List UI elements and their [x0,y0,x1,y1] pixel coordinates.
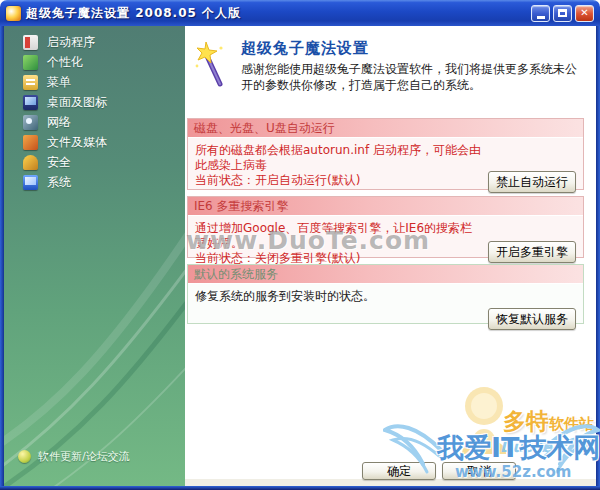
section-autorun-status: 当前状态：开启自动运行(默认) [195,173,483,188]
section-autorun: 磁盘、光盘、U盘自动运行 所有的磁盘都会根据autorun.inf 启动程序，可… [187,118,584,190]
network-icon [23,115,38,130]
page-title: 超级兔子魔法设置 [241,39,369,58]
sidebar-item-security[interactable]: 安全 [4,152,185,172]
bottom-strip [185,479,596,486]
personalization-icon [23,55,38,70]
sidebar-item-files-media[interactable]: 文件及媒体 [4,132,185,152]
section-default-services-title: 默认的系统服务 [188,265,583,284]
desktop-icons-icon [23,95,38,110]
maximize-icon [558,9,567,17]
sidebar-item-desktop-icons[interactable]: 桌面及图标 [4,92,185,112]
disable-autorun-button[interactable]: 禁止自动运行 [488,171,576,193]
sidebar: 启动程序 个性化 菜单 桌面及图标 网络 文件及媒体 [4,26,185,486]
security-icon [23,155,38,170]
menu-icon [23,75,38,90]
window-border-left [0,26,4,490]
software-update-forum-link[interactable]: 软件更新/论坛交流 [18,449,130,464]
sidebar-item-label: 系统 [47,174,71,191]
page-header: 超级兔子魔法设置 感谢您能使用超级兔子魔法设置软件，我们将提供更多系统未公开的参… [191,36,586,110]
sidebar-item-menu[interactable]: 菜单 [4,72,185,92]
cancel-button[interactable]: 取消 [442,462,516,480]
restore-default-services-button[interactable]: 恢复默认服务 [488,308,576,330]
app-icon [6,6,21,21]
ok-button[interactable]: 确定 [362,462,436,480]
section-ie6-search-body: 通过增加Google、百度等搜索引擎，让IE6的搜索栏更好用。 当前状态：关闭多… [188,216,583,271]
section-autorun-warning: 所有的磁盘都会根据autorun.inf 启动程序，可能会由此感染上病毒 [195,143,483,173]
sidebar-item-startup[interactable]: 启动程序 [4,32,185,52]
window-border-right [596,26,600,490]
sidebar-item-label: 桌面及图标 [47,94,107,111]
sidebar-item-label: 安全 [47,154,71,171]
section-ie6-search-title: IE6 多重搜索引擎 [188,197,583,216]
section-ie6-search: IE6 多重搜索引擎 通过增加Google、百度等搜索引擎，让IE6的搜索栏更好… [187,196,584,258]
sidebar-item-label: 网络 [47,114,71,131]
sidebar-item-label: 菜单 [47,74,71,91]
files-media-icon [23,135,38,150]
window-border-bottom [0,486,600,490]
section-autorun-title: 磁盘、光盘、U盘自动运行 [188,119,583,138]
sidebar-footer-label: 软件更新/论坛交流 [38,449,130,464]
section-autorun-body: 所有的磁盘都会根据autorun.inf 启动程序，可能会由此感染上病毒 当前状… [188,138,583,193]
section-ie6-search-desc: 通过增加Google、百度等搜索引擎，让IE6的搜索栏更好用。 [195,221,483,251]
close-button[interactable]: ✕ [575,5,594,22]
window-title: 超级兔子魔法设置 2008.05 个人版 [26,5,531,22]
sidebar-item-network[interactable]: 网络 [4,112,185,132]
maximize-button[interactable] [553,5,572,22]
app-window: 超级兔子魔法设置 2008.05 个人版 ✕ 启动程序 个性化 [0,0,600,490]
sidebar-item-label: 文件及媒体 [47,134,107,151]
sidebar-item-system[interactable]: 系统 [4,172,185,192]
sidebar-item-label: 启动程序 [47,34,95,51]
minimize-button[interactable] [531,5,550,22]
sidebar-item-personalization[interactable]: 个性化 [4,52,185,72]
system-icon [23,175,38,190]
sidebar-nav: 启动程序 个性化 菜单 桌面及图标 网络 文件及媒体 [4,32,185,192]
magic-wand-icon [193,40,233,90]
minimize-icon [537,16,545,19]
section-default-services-body: 修复系统的服务到安装时的状态。 恢复默认服务 [188,284,583,309]
section-default-services-desc: 修复系统的服务到安装时的状态。 [195,289,483,304]
update-globe-icon [18,450,31,463]
enable-multi-engine-button[interactable]: 开启多重引擎 [488,241,576,263]
main-panel: 超级兔子魔法设置 感谢您能使用超级兔子魔法设置软件，我们将提供更多系统未公开的参… [185,26,596,486]
section-default-services: 默认的系统服务 修复系统的服务到安装时的状态。 恢复默认服务 [187,264,584,324]
startup-programs-icon [23,35,38,50]
sidebar-swoosh-decoration [4,186,185,486]
titlebar[interactable]: 超级兔子魔法设置 2008.05 个人版 ✕ [0,0,600,26]
sidebar-item-label: 个性化 [47,54,83,71]
page-description: 感谢您能使用超级兔子魔法设置软件，我们将提供更多系统未公开的参数供你修改，打造属… [241,61,582,93]
